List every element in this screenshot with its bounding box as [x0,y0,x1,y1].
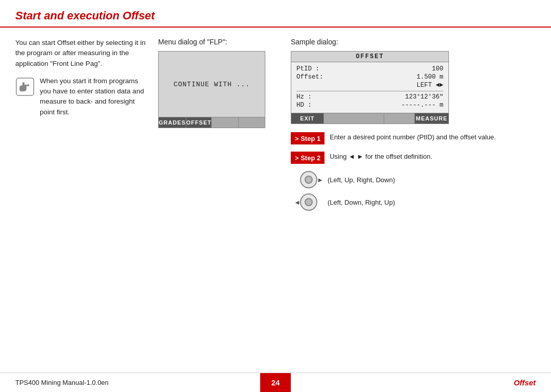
nav-icon-row-2: ◄ (Left, Down, Right, Up) [296,193,525,211]
ptid-label: PtID : [296,65,319,72]
nav-circle-right [300,171,317,188]
nav-circle-inner-right [305,176,313,184]
hd-label: HD : [296,102,312,109]
right-col-title: Sample dialog: [291,38,536,46]
step-2-text: Using ◄ ► for the offset definition. [330,152,432,162]
measure-button[interactable]: MEASURE [415,113,448,124]
hand-icon [15,77,35,96]
footer-page-number: 24 [260,373,291,393]
sample-dialog-footer: EXIT MEASURE [291,113,448,124]
footer-empty-2 [384,113,415,124]
note-box: When you start it from programs you have… [15,76,148,125]
grades-button[interactable]: GRADES [159,117,186,128]
middle-column: Menu dialog of "FLP": CONTINUE WITH ... … [158,38,281,216]
offset-label: Offset: [296,74,323,81]
nav-arrow-left-symbol: ◄ [294,199,300,206]
footer-left-text: TPS400 Mining Manual-1.0.0en [0,379,260,386]
sample-dialog: OFFSET PtID : 100 Offset: 1.500 m LEFT ◄… [291,51,449,124]
footer-empty-1 [324,113,385,124]
step-1-badge: > Step 1 [291,132,324,144]
intro-text: You can start Offset either by selecting… [15,38,148,69]
hz-value: 123°12'36" [405,93,443,101]
sample-row-offset: Offset: 1.500 m [296,74,443,81]
offset-value: 1.500 m [416,74,443,81]
nav-arrow-right-symbol: ► [317,176,323,184]
note-text: When you start it from programs you have… [40,76,148,117]
footer-right-text: Offset [291,378,551,387]
steps-area: > Step 1 Enter a desired point number (P… [291,132,525,211]
hz-label: Hz : [296,93,312,101]
nav-icons-area: ► (Left, Up, Right, Down) ◄ (Left, Down,… [291,171,525,211]
right-column: Sample dialog: OFFSET PtID : 100 Offset:… [291,38,536,216]
step-1-row: > Step 1 Enter a desired point number (P… [291,132,525,144]
sample-row-hz: Hz : 123°12'36" [296,93,443,101]
dialog-continue-text: CONTINUE WITH ... [173,81,250,88]
left-column: You can start Offset either by selecting… [15,38,148,216]
sample-row-ptid: PtID : 100 [296,65,443,72]
nav-circle-inner-left [305,198,313,206]
flp-dialog-buttons: GRADES OFFSET [158,117,265,128]
svg-marker-1 [28,84,30,87]
main-content: You can start Offset either by selecting… [0,28,551,216]
page-title: Start and execution Offset [15,9,155,22]
nav-circle-left [300,193,317,211]
offset-button[interactable]: OFFSET [186,117,212,128]
sample-dialog-body: PtID : 100 Offset: 1.500 m LEFT ◄► Hz : … [291,62,448,113]
nav-left-icon: ◄ [296,193,321,211]
page-header: Start and execution Offset [0,0,551,28]
nav-icon-row-1: ► (Left, Up, Right, Down) [296,171,525,188]
sample-row-hd: HD : -----.--- m [296,102,443,109]
hd-value: -----.--- m [401,102,443,109]
sample-row-direction: LEFT ◄► [296,82,443,89]
direction-value: LEFT ◄► [416,82,443,89]
exit-button[interactable]: EXIT [291,113,324,124]
nav-right-icon: ► [296,171,321,188]
middle-col-title: Menu dialog of "FLP": [158,38,281,46]
sample-dialog-header: OFFSET [291,52,448,62]
page-footer: TPS400 Mining Manual-1.0.0en 24 Offset [0,373,551,392]
dialog-divider [296,91,443,91]
flp-dialog-box: CONTINUE WITH ... [158,51,265,117]
empty-button-2 [239,117,265,128]
empty-button-1 [212,117,238,128]
step-1-text: Enter a desired point number (PtID) and … [330,132,496,142]
step-2-badge: > Step 2 [291,152,324,164]
step-2-row: > Step 2 Using ◄ ► for the offset defini… [291,152,525,164]
nav-left-label: (Left, Down, Right, Up) [328,199,395,206]
ptid-value: 100 [432,65,443,72]
nav-right-label: (Left, Up, Right, Down) [328,176,395,184]
